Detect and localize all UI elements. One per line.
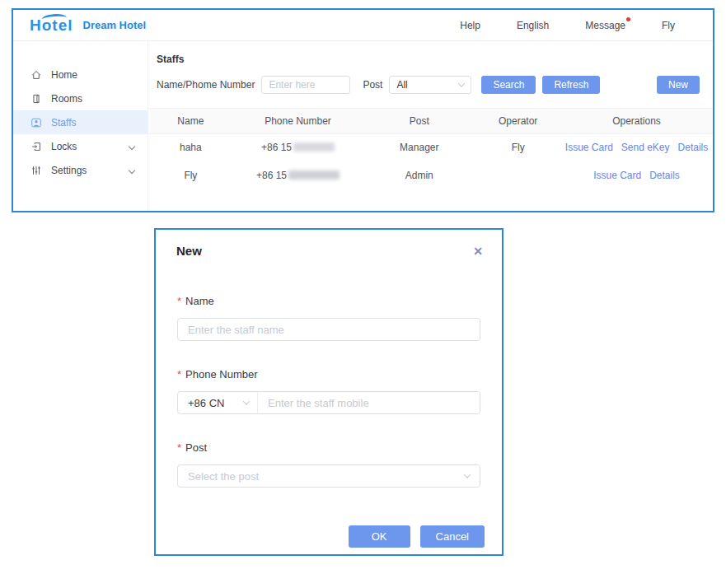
nav-message[interactable]: Message [585,20,625,31]
close-icon[interactable]: ✕ [471,244,485,259]
phone-field-label: *Phone Number [177,368,480,380]
country-code-select[interactable]: +86 CN [178,392,258,413]
name-field-label: *Name [177,295,480,307]
cell-phone: +86 15 [233,161,363,189]
chevron-down-icon [243,398,250,404]
door-icon [30,93,42,105]
country-code-value: +86 CN [188,397,224,409]
sidebar-item-staffs[interactable]: Staffs [13,110,148,134]
required-marker: * [177,295,181,307]
issue-card-link[interactable]: Issue Card [565,142,613,153]
cell-operations: Issue CardDetails [560,161,713,189]
sidebar-item-label: Home [51,69,77,81]
modal-body: *Name *Phone Number +86 CN *Post Select … [156,295,502,488]
lock-icon [30,141,42,152]
sidebar: Home Rooms Staffs Locks Settings [13,41,148,211]
details-link[interactable]: Details [678,142,709,153]
sidebar-item-label: Settings [51,165,87,176]
app-window: Hotel Dream Hotel Help English Message F… [12,8,714,212]
sidebar-item-label: Staffs [51,117,76,128]
phone-label-text: Phone Number [185,368,257,380]
modal-footer: OK Cancel [156,488,502,548]
name-filter-label: Name/Phome Number [157,79,255,91]
new-staff-modal: New ✕ *Name *Phone Number +86 CN *Post [154,228,504,556]
nav-message-label: Message [585,20,625,31]
post-select[interactable]: Select the post [177,464,480,488]
staff-mobile-input[interactable] [258,392,480,413]
search-button[interactable]: Search [481,76,536,94]
col-header-name: Name [148,109,233,133]
home-icon [30,69,42,81]
sidebar-item-settings[interactable]: Settings [13,158,148,182]
sidebar-item-home[interactable]: Home [13,63,148,86]
details-link[interactable]: Details [649,170,680,181]
redacted-phone-digits [293,142,335,152]
nav-user[interactable]: Fly [662,20,675,31]
sidebar-item-label: Rooms [51,93,82,105]
nav-help[interactable]: Help [460,20,480,31]
sidebar-item-label: Locks [51,141,77,152]
post-filter-value: All [396,79,407,91]
refresh-button[interactable]: Refresh [542,76,600,94]
chevron-down-icon [464,471,471,478]
post-label-text: Post [185,441,207,454]
modal-title: New [176,244,202,258]
name-label-text: Name [185,295,214,307]
cell-name: haha [148,133,233,161]
table-row: haha +86 15 Manager Fly Issue CardSend e… [148,133,713,161]
chevron-down-icon[interactable] [129,143,135,150]
page-title: Staffs [157,54,713,65]
col-header-post: Post [363,109,475,133]
ok-button[interactable]: OK [349,525,410,548]
settings-icon [30,165,42,176]
required-marker: * [177,368,181,380]
table-header-row: Name Phone Number Post Operator Operatio… [148,109,713,133]
table-row: Fly +86 15 Admin Issue CardDetails [148,161,713,189]
window-body: Home Rooms Staffs Locks Settings [13,41,713,211]
send-ekey-link[interactable]: Send eKey [621,142,670,153]
cell-operator [475,161,560,189]
cell-post: Manager [363,133,475,161]
page: Hotel Dream Hotel Help English Message F… [0,0,726,588]
phone-input-group: +86 CN [177,391,480,414]
name-filter-input[interactable] [261,76,350,94]
cancel-button[interactable]: Cancel [420,525,485,548]
staff-table: Name Phone Number Post Operator Operatio… [148,109,713,189]
top-nav: Help English Message Fly [460,20,713,31]
cell-name: Fly [148,161,233,189]
staff-icon [30,117,42,128]
col-header-phone: Phone Number [233,109,363,133]
chevron-down-icon[interactable] [129,167,135,174]
message-badge-dot [626,17,630,21]
post-select-placeholder: Select the post [188,470,259,483]
col-header-operator: Operator [475,109,560,133]
chevron-down-icon [458,80,465,86]
main-content: Staffs Name/Phome Number Post All Search… [148,41,713,211]
hotel-logo: Hotel [30,16,73,35]
issue-card-link[interactable]: Issue Card [593,170,641,181]
modal-header: New ✕ [156,230,502,259]
post-filter-select[interactable]: All [389,76,471,94]
cell-post: Admin [363,161,475,189]
redacted-phone-digits [288,170,340,180]
phone-prefix: +86 15 [256,170,287,181]
required-marker: * [177,441,181,454]
sidebar-item-locks[interactable]: Locks [13,134,148,158]
cell-operator: Fly [475,133,560,161]
logo-swoosh-icon [42,12,68,23]
nav-language[interactable]: English [517,20,549,31]
sidebar-item-rooms[interactable]: Rooms [13,86,148,110]
cell-phone: +86 15 [233,133,363,161]
phone-prefix: +86 15 [261,142,292,153]
brand-name: Dream Hotel [83,19,147,31]
filter-bar: Name/Phome Number Post All Search Refres… [157,76,713,94]
post-field-label: *Post [177,441,480,454]
staff-name-input[interactable] [177,318,480,341]
post-filter-label: Post [363,79,382,91]
window-header: Hotel Dream Hotel Help English Message F… [13,10,713,41]
cell-operations: Issue CardSend eKeyDetails [560,133,713,161]
new-staff-button[interactable]: New [657,76,700,94]
col-header-operations: Operations [560,109,713,133]
